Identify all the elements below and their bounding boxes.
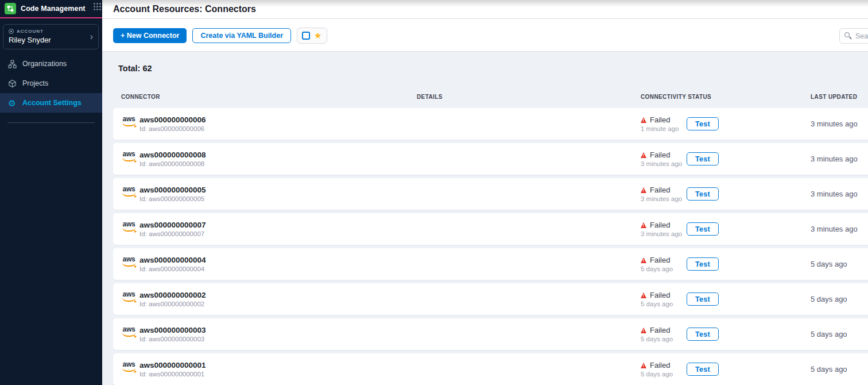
connectivity-status: ! Failed 5 days ago [641,256,673,273]
warning-icon: ! [641,292,646,298]
status-time: 5 days ago [641,336,673,343]
connector-row[interactable]: aws aws000000000007 Id: aws000000000007 … [113,213,868,245]
status-time: 1 minute ago [641,125,679,133]
aws-logo-icon: aws [121,256,137,267]
connector-row[interactable]: aws aws000000000003 Id: aws000000000003 … [113,318,868,350]
last-updated: 3 minutes ago [811,155,858,163]
status-label: Failed [650,361,670,369]
app-launcher-icon[interactable] [94,3,95,5]
aws-logo-icon: aws [121,186,137,197]
last-updated: 3 minutes ago [811,225,858,233]
connector-name: aws000000000004 [140,256,206,264]
connector-id: Id: aws000000000007 [140,230,206,238]
account-name: Riley Snyder [9,36,94,44]
favorites-filter[interactable]: ★ [297,28,327,44]
test-button[interactable]: Test [687,187,719,201]
total-count: Total: 62 [118,64,868,73]
main-area: Account Resources: Connectors + New Conn… [102,0,868,385]
sidebar-item-account-settings[interactable]: ⚙ Account Settings [0,93,102,113]
warning-icon: ! [641,222,646,228]
warning-icon: ! [641,117,646,123]
test-button[interactable]: Test [687,152,719,165]
test-button[interactable]: Test [687,257,719,271]
gear-icon: ⚙ [7,98,17,107]
status-label: Failed [650,116,670,124]
sidebar-item-label: Projects [22,79,48,87]
page-title: Account Resources: Connectors [113,4,256,14]
column-header-connector: CONNECTOR [121,94,160,100]
status-time: 5 days ago [641,265,673,273]
last-updated: 5 days ago [811,260,847,268]
status-time: 5 days ago [641,301,673,308]
search-input[interactable] [839,28,868,44]
code-management-logo-icon[interactable] [5,3,16,14]
test-button[interactable]: Test [687,292,719,306]
connector-row[interactable]: aws aws000000000002 Id: aws000000000002 … [113,283,868,315]
test-button[interactable]: Test [687,117,719,130]
connector-name: aws000000000003 [140,326,206,334]
sidebar: Code Management ACCOUNT Riley Snyder › O… [0,0,102,385]
chevron-right-icon: › [90,32,93,41]
aws-logo-icon: aws [121,326,137,337]
connector-id: Id: aws000000000005 [140,195,206,203]
connector-row[interactable]: aws aws000000000004 Id: aws000000000004 … [113,248,868,280]
test-button[interactable]: Test [687,222,719,236]
connectivity-status: ! Failed 1 minute ago [641,116,679,133]
favorites-checkbox[interactable] [302,32,310,40]
connector-row[interactable]: aws aws000000000008 Id: aws000000000008 … [113,143,868,175]
aws-logo-icon: aws [121,291,137,302]
connector-rows: aws aws000000000006 Id: aws000000000006 … [113,108,868,385]
sidebar-item-projects[interactable]: Projects [0,74,102,93]
account-label: ACCOUNT [17,29,44,34]
connector-name: aws000000000005 [140,186,206,194]
connectors-panel: Total: 62 CONNECTOR DETAILS CONNECTIVITY… [102,52,868,385]
account-selector[interactable]: ACCOUNT Riley Snyder › [3,24,99,49]
connector-id: Id: aws000000000002 [140,301,206,308]
connector-meta: aws000000000006 Id: aws000000000006 [140,116,206,133]
page-header: Account Resources: Connectors [102,0,868,19]
connector-meta: aws000000000002 Id: aws000000000002 [140,291,206,308]
connector-id: Id: aws000000000004 [140,265,206,273]
test-button[interactable]: Test [687,328,719,341]
new-connector-button[interactable]: + New Connector [113,28,187,43]
column-header-last-updated: LAST UPDATED [811,94,857,100]
warning-icon: ! [641,152,646,158]
search-box [839,28,868,44]
account-icon [9,29,14,34]
yaml-builder-button[interactable]: Create via YAML Builder [192,28,291,43]
aws-logo-icon: aws [121,361,137,372]
connector-row[interactable]: aws aws000000000006 Id: aws000000000006 … [113,108,868,140]
last-updated: 3 minutes ago [811,120,858,128]
status-label: Failed [650,326,670,334]
connector-meta: aws000000000008 Id: aws000000000008 [140,151,206,168]
sidebar-item-label: Account Settings [22,99,82,107]
status-label: Failed [650,291,670,299]
connectivity-status: ! Failed 3 minutes ago [641,186,682,203]
projects-icon [7,79,17,88]
connector-id: Id: aws000000000006 [140,125,206,133]
status-time: 3 minutes ago [641,160,682,168]
app-title: Code Management [21,5,86,13]
last-updated: 5 days ago [811,330,847,338]
status-time: 3 minutes ago [641,230,682,238]
connector-name: aws000000000002 [140,291,206,299]
connector-id: Id: aws000000000003 [140,336,206,343]
test-button[interactable]: Test [687,363,719,376]
organizations-icon [7,59,17,68]
connectivity-status: ! Failed 5 days ago [641,291,673,308]
connector-name: aws000000000001 [140,361,206,369]
connector-row[interactable]: aws aws000000000001 Id: aws000000000001 … [113,353,868,385]
warning-icon: ! [641,187,646,193]
toolbar: + New Connector Create via YAML Builder … [102,20,868,52]
connector-name: aws000000000006 [140,116,206,124]
sidebar-item-organizations[interactable]: Organizations [0,54,102,74]
aws-logo-icon: aws [121,221,137,232]
connectivity-status: ! Failed 3 minutes ago [641,151,682,168]
warning-icon: ! [641,328,646,333]
table-header-row: CONNECTOR DETAILS CONNECTIVITY STATUS LA… [113,94,868,101]
star-icon: ★ [314,31,321,40]
warning-icon: ! [641,257,646,263]
status-label: Failed [650,186,670,194]
connector-row[interactable]: aws aws000000000005 Id: aws000000000005 … [113,178,868,210]
sidebar-accent-divider [0,17,102,18]
